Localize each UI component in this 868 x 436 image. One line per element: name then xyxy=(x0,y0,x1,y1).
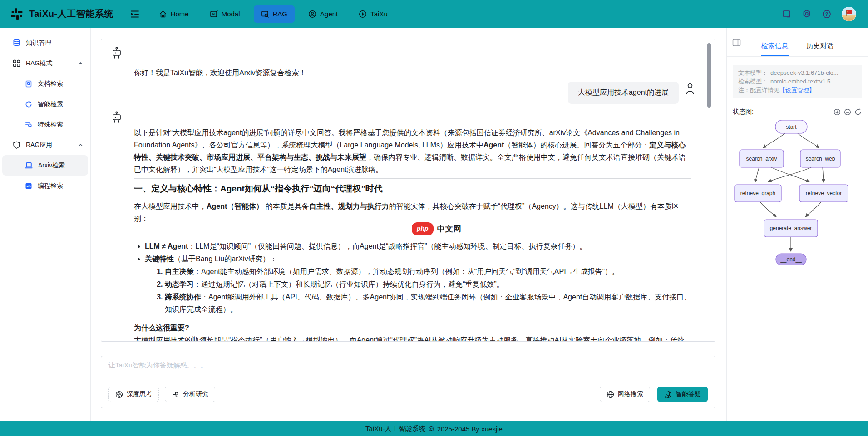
graph-node-start[interactable]: __start__ xyxy=(775,120,807,133)
sidebar-item-arxiv-search[interactable]: Arxiv检索 xyxy=(2,155,88,176)
app-footer: TaiXu-人工智能系统 © 2025-2045 By xuesjie xyxy=(0,421,868,436)
bullet-item: 关键特性（基于Bang Liu的arXiv研究）： 自主决策：Agent能主动感… xyxy=(145,253,691,315)
answer-intro: 以下是针对“大模型应用技术agent的进展”问题的详尽中文回答。我将严格基于您提… xyxy=(134,127,691,176)
svg-text:__start__: __start__ xyxy=(779,124,803,130)
settings-gear-icon[interactable] xyxy=(802,9,812,19)
bot-message-answer: 以下是针对“大模型应用技术agent的进展”问题的详尽中文回答。我将严格基于您提… xyxy=(111,111,715,342)
sidebar-collapse-icon[interactable] xyxy=(130,9,140,19)
sidebar-item-label: Arxiv检索 xyxy=(38,162,65,170)
state-graph-header: 状态图: xyxy=(733,108,862,116)
sidebar-item-label: 智能检索 xyxy=(38,100,63,108)
smart-qa-button[interactable]: 智能答疑 xyxy=(657,387,708,402)
chevron-up-icon xyxy=(78,61,83,66)
answer-bullet-list: LLM ≠ Agent：LLM是“知识顾问”（仅能回答问题、提供信息），而Age… xyxy=(134,240,691,315)
nav-item-modal[interactable]: AI Modal xyxy=(202,5,247,23)
graph-node-end[interactable]: __end__ xyxy=(776,254,806,265)
sidebar-item-special-search[interactable]: 特殊检索 xyxy=(0,114,90,135)
footer-rest: 2025-2045 By xuesjie xyxy=(437,425,503,433)
answer-body: 以下是针对“大模型应用技术agent的进展”问题的详尽中文回答。我将严格基于您提… xyxy=(134,127,691,342)
feedback-chat-icon[interactable] xyxy=(782,9,792,19)
nav-item-taixu[interactable]: TaiXu xyxy=(351,5,395,23)
laptop-icon xyxy=(25,162,33,169)
help-icon[interactable]: ? xyxy=(822,9,832,19)
graph-node-retrieve-graph[interactable]: retrieve_graph xyxy=(735,185,781,202)
nav-item-agent[interactable]: Agent xyxy=(301,5,345,23)
app-logo-icon xyxy=(10,7,24,21)
sidebar-item-doc-search[interactable]: 文档检索 xyxy=(0,73,90,94)
sidebar-item-code-search[interactable]: </> 编程检索 xyxy=(0,176,90,196)
navbar-right-tools: ? xyxy=(782,7,856,21)
user-avatar[interactable] xyxy=(842,7,856,21)
config-note-row: 注：配置详情见 【设置管理】 xyxy=(738,86,857,94)
web-search-button[interactable]: 网络搜索 xyxy=(600,387,650,402)
user-query-bubble: 大模型应用技术agent的进展 xyxy=(568,82,679,104)
numbered-item: 动态学习：通过短期记忆（对话上下文）和长期记忆（行业知识库）持续优化自身行为，避… xyxy=(165,278,691,290)
reset-view-icon[interactable] xyxy=(854,108,862,116)
home-icon xyxy=(159,10,167,18)
nav-item-home[interactable]: Home xyxy=(152,5,196,23)
app-title: TaiXu-人工智能系统 xyxy=(29,8,113,20)
nav-item-label: TaiXu xyxy=(370,10,388,18)
tab-retrieval-info[interactable]: 检索信息 xyxy=(761,42,789,56)
analyze-research-button[interactable]: 分析研究 xyxy=(165,387,215,402)
retrieval-model-row: 检索模型： nomic-embed-text:v1.5 xyxy=(738,77,857,86)
nav-item-label: Agent xyxy=(320,10,338,18)
user-person-icon xyxy=(685,83,695,94)
copyright-icon: © xyxy=(429,425,434,433)
php-site-watermark: php 中文网 xyxy=(134,223,691,235)
message-composer[interactable]: 让TaiXu智能为你答疑解惑。。。 深度思考 分析研究 xyxy=(101,356,715,408)
section1-heading: 一、定义与核心特性：Agent如何从“指令执行”迈向“代理权”时代 xyxy=(134,182,691,195)
rag-search-icon xyxy=(261,10,269,18)
text-model-label: 文本模型： xyxy=(738,69,768,77)
config-note-label: 注：配置详情见 xyxy=(738,86,779,94)
nav-item-label: Modal xyxy=(222,10,240,18)
robot-icon xyxy=(111,111,122,125)
sidebar-item-label: 特殊检索 xyxy=(38,121,63,129)
zoom-in-icon[interactable] xyxy=(833,108,841,116)
zoom-out-icon[interactable] xyxy=(844,108,851,116)
avatar-flag-illustration xyxy=(842,7,856,21)
nav-item-rag[interactable]: RAG xyxy=(254,5,295,23)
state-graph-label: 状态图: xyxy=(733,108,754,116)
list-search-icon xyxy=(25,121,32,128)
sidebar-item-knowledge[interactable]: 知识管理 xyxy=(0,33,90,53)
sidebar-group-rag-app[interactable]: RAG应用 xyxy=(0,135,90,155)
composer-input-placeholder[interactable]: 让TaiXu智能为你答疑解惑。。。 xyxy=(108,361,207,370)
taixu-compass-icon xyxy=(359,10,367,18)
grid-icon xyxy=(13,59,20,67)
text-model-row: 文本模型： deepseek-v3.1:671b-clo... xyxy=(738,69,857,77)
composer-left-buttons: 深度思考 分析研究 xyxy=(108,387,215,402)
why-important-paragraph: 大模型应用技术的瓶颈长期是“指令执行”（用户输入→模型输出），而Agent通过“… xyxy=(134,334,691,342)
chat-scrollbar-thumb[interactable] xyxy=(707,43,711,108)
database-icon xyxy=(13,39,20,47)
graph-tools xyxy=(833,108,862,116)
retrieval-model-label: 检索模型： xyxy=(738,77,768,86)
right-info-panel: 检索信息 历史对话 文本模型： deepseek-v3.1:671b-clo..… xyxy=(726,28,868,421)
php-site-name: 中文网 xyxy=(437,223,462,235)
php-logo-badge: php xyxy=(412,222,434,235)
tab-history-dialog[interactable]: 历史对话 xyxy=(807,42,834,56)
sidebar-group-rag-mode[interactable]: RAG模式 xyxy=(0,53,90,73)
web-search-label: 网络搜索 xyxy=(618,390,643,398)
svg-text:generate_answer: generate_answer xyxy=(770,225,812,231)
shield-icon xyxy=(13,141,20,149)
graph-node-retrieve-vector[interactable]: retrieve_vector xyxy=(799,185,848,202)
chevron-up-icon xyxy=(78,142,83,147)
why-important-heading: 为什么这很重要? xyxy=(134,322,691,334)
settings-management-link[interactable]: 【设置管理】 xyxy=(779,86,815,94)
deep-think-button[interactable]: 深度思考 xyxy=(108,387,159,402)
bot-message-greeting: 你好！我是TaiXu智能，欢迎使用Arxiv资源复合检索！ xyxy=(111,47,715,79)
doc-search-icon xyxy=(25,80,32,88)
app-root: TaiXu-人工智能系统 Home AI Modal xyxy=(0,0,868,436)
graph-node-generate-answer[interactable]: generate_answer xyxy=(764,220,818,237)
answer-numbered-list: 自主决策：Agent能主动感知外部环境（如用户需求、数据源），并动态规划行动序列… xyxy=(156,265,691,315)
graph-node-search-web[interactable]: search_web xyxy=(800,150,840,167)
sidebar-item-smart-search[interactable]: 智能检索 xyxy=(0,94,90,114)
panel-collapse-icon[interactable] xyxy=(732,39,741,47)
graph-node-search-arxiv[interactable]: search_arxiv xyxy=(740,150,784,167)
code-icon: </> xyxy=(25,182,32,190)
svg-text:__end__: __end__ xyxy=(780,256,802,263)
composer-right-buttons: 网络搜索 智能答疑 xyxy=(600,387,708,402)
svg-text:?: ? xyxy=(825,11,829,17)
state-graph-diagram[interactable]: __start__ search_arxiv search_web retrie… xyxy=(727,118,868,279)
